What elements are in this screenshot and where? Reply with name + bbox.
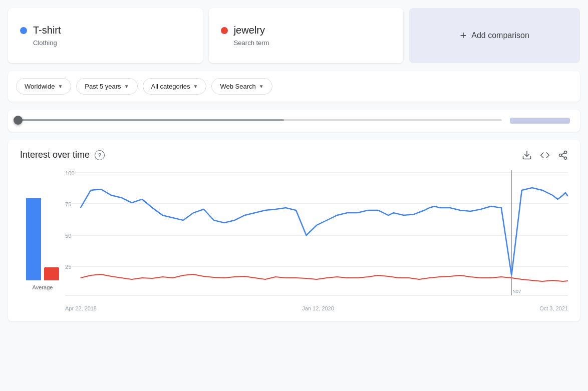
svg-text:Nov: Nov [512, 289, 521, 294]
add-comparison-label: Add comparison [471, 31, 529, 40]
topic-card-jewelry[interactable]: jewelry Search term [209, 8, 404, 63]
trend-chart-wrapper: 100 75 50 25 Nov Apr 22, 2018 Jan 12, 20… [65, 170, 568, 311]
filter-category-label: All categories [151, 83, 190, 90]
chart-section: Interest over time ? [8, 140, 580, 321]
tshirt-dot [20, 27, 27, 34]
filter-region-label: Worldwide [25, 83, 55, 90]
topic-cards-row: T-shirt Clothing jewelry Search term + A… [8, 8, 580, 63]
chart-title-row: Interest over time ? [20, 150, 105, 160]
chart-title: Interest over time [20, 150, 90, 160]
x-label-3: Oct 3, 2021 [539, 305, 568, 311]
filter-period[interactable]: Past 5 years ▼ [76, 78, 137, 95]
filter-period-label: Past 5 years [85, 83, 121, 90]
jewelry-subtitle: Search term [221, 39, 392, 47]
range-slider-section [8, 110, 580, 132]
avg-bars-container: Average [20, 170, 65, 311]
chevron-down-icon: ▼ [259, 84, 264, 89]
jewelry-name: jewelry [234, 25, 265, 36]
red-trend-line [81, 274, 568, 281]
svg-text:50: 50 [65, 233, 72, 239]
slider-track-wrapper[interactable] [18, 119, 502, 122]
blue-trend-line [81, 188, 568, 275]
help-icon[interactable]: ? [95, 150, 105, 160]
x-label-2: Jan 12, 2020 [302, 305, 334, 311]
filter-category[interactable]: All categories ▼ [143, 78, 207, 95]
add-comparison-card[interactable]: + Add comparison [409, 8, 580, 63]
avg-bar-blue [26, 198, 41, 280]
plus-icon: + [460, 29, 466, 42]
avg-label: Average [33, 284, 53, 290]
filter-search-type[interactable]: Web Search ▼ [211, 78, 272, 95]
svg-text:100: 100 [65, 170, 75, 176]
share-button[interactable] [558, 150, 568, 160]
jewelry-dot [221, 27, 228, 34]
slider-track [18, 119, 502, 121]
svg-line-4 [561, 156, 564, 157]
svg-text:75: 75 [65, 201, 72, 207]
slider-thumb[interactable] [14, 116, 23, 125]
filter-region[interactable]: Worldwide ▼ [16, 78, 71, 95]
chart-body: Average 100 75 50 25 [20, 170, 568, 311]
tshirt-name: T-shirt [33, 25, 61, 36]
tshirt-subtitle: Clothing [20, 39, 191, 47]
topic-card-tshirt[interactable]: T-shirt Clothing [8, 8, 203, 63]
chevron-down-icon: ▼ [58, 84, 63, 89]
trend-chart-svg: 100 75 50 25 Nov [65, 170, 568, 300]
svg-text:25: 25 [65, 264, 72, 270]
filter-bar: Worldwide ▼ Past 5 years ▼ All categorie… [8, 71, 580, 102]
chart-actions [522, 150, 568, 160]
x-labels: Apr 22, 2018 Jan 12, 2020 Oct 3, 2021 [65, 302, 568, 311]
embed-button[interactable] [540, 150, 550, 160]
avg-bar-red [44, 267, 59, 280]
slider-fill [18, 119, 284, 121]
chevron-down-icon: ▼ [124, 84, 129, 89]
chevron-down-icon: ▼ [193, 84, 198, 89]
slider-right-indicator [510, 118, 570, 124]
download-button[interactable] [522, 150, 532, 160]
svg-line-5 [561, 153, 564, 154]
filter-search-type-label: Web Search [220, 83, 255, 90]
chart-header: Interest over time ? [20, 150, 568, 160]
x-label-1: Apr 22, 2018 [65, 305, 97, 311]
